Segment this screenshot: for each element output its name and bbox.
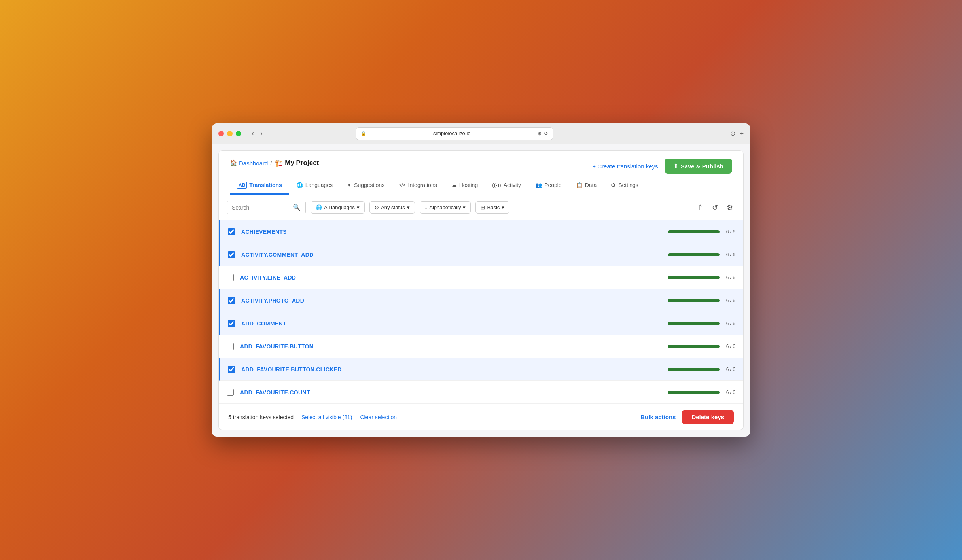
row-progress: 6 / 6	[668, 252, 735, 257]
address-text: simplelocalize.io	[369, 131, 535, 136]
clear-selection-link[interactable]: Clear selection	[360, 414, 397, 420]
tab-integrations[interactable]: </> Integrations	[392, 177, 444, 195]
minimize-button[interactable]	[227, 131, 233, 136]
row-progress: 6 / 6	[668, 367, 735, 372]
collapse-all-button[interactable]: ⇑	[695, 202, 706, 214]
bottom-right: Bulk actions Delete keys	[640, 410, 734, 424]
maximize-button[interactable]	[236, 131, 241, 136]
back-button[interactable]: ‹	[249, 129, 256, 138]
row-checkbox[interactable]	[227, 343, 234, 350]
progress-bar-fill	[668, 322, 720, 325]
selection-count: 5 translation keys selected	[228, 414, 294, 420]
progress-text: 6 / 6	[723, 344, 735, 349]
translation-key-label: ACHIEVEMENTS	[241, 229, 668, 235]
settings-icon: ⚙	[611, 182, 616, 188]
add-tab-icon[interactable]: +	[740, 130, 744, 137]
row-checkbox[interactable]	[227, 274, 234, 281]
address-bar[interactable]: 🔒 simplelocalize.io ⊕ ↺	[356, 127, 553, 140]
create-translation-keys-button[interactable]: + Create translation keys	[592, 163, 658, 170]
tab-languages[interactable]: 🌐 Languages	[289, 177, 340, 195]
bulk-actions-button[interactable]: Bulk actions	[640, 414, 676, 420]
translation-key-label: ADD_COMMENT	[241, 320, 668, 327]
app-header: 🏠 Dashboard / 🏗️ My Project + Create tra…	[219, 151, 743, 195]
column-settings-button[interactable]: ⚙	[724, 202, 735, 214]
all-languages-filter[interactable]: 🌐 All languages ▾	[311, 201, 365, 214]
chevron-down-icon3: ▾	[463, 204, 466, 210]
app-window: ‹ › 🔒 simplelocalize.io ⊕ ↺ ⊙ + 🏠 Dashbo…	[212, 123, 750, 437]
chevron-down-icon2: ▾	[407, 204, 410, 210]
tab-data[interactable]: 📋 Data	[569, 177, 604, 195]
any-status-filter[interactable]: ⊙ Any status ▾	[369, 201, 415, 214]
suggestions-icon: ✦	[347, 182, 352, 188]
forward-button[interactable]: ›	[258, 129, 265, 138]
search-box[interactable]: 🔍	[227, 201, 306, 214]
progress-bar-container	[668, 368, 720, 371]
select-all-link[interactable]: Select all visible (81)	[301, 414, 352, 420]
row-checkbox[interactable]	[228, 251, 235, 258]
progress-text: 6 / 6	[723, 229, 735, 235]
table-row[interactable]: ACTIVITY.COMMENT_ADD6 / 6	[219, 243, 743, 266]
table-row[interactable]: ACTIVITY.PHOTO_ADD6 / 6	[219, 289, 743, 312]
row-checkbox[interactable]	[228, 320, 235, 327]
breadcrumb-separator: /	[270, 160, 272, 166]
table-row[interactable]: ADD_FAVOURITE.BUTTON6 / 6	[219, 335, 743, 358]
upload-icon: ⬆	[673, 163, 678, 170]
refresh-button[interactable]: ↺	[710, 202, 720, 214]
tab-activity[interactable]: ((·)) Activity	[485, 177, 528, 195]
view-icon: ⊞	[481, 204, 485, 210]
tab-suggestions[interactable]: ✦ Suggestions	[340, 177, 392, 195]
row-checkbox[interactable]	[228, 366, 235, 373]
table-row[interactable]: ADD_FAVOURITE.BUTTON.CLICKED6 / 6	[219, 358, 743, 381]
progress-text: 6 / 6	[723, 298, 735, 303]
integrations-icon: </>	[399, 182, 405, 188]
row-progress: 6 / 6	[668, 298, 735, 303]
translation-key-label: ACTIVITY.LIKE_ADD	[240, 274, 668, 281]
download-icon[interactable]: ⊙	[730, 130, 735, 137]
nav-buttons: ‹ ›	[249, 129, 265, 138]
bottom-bar: 5 translation keys selected Select all v…	[219, 404, 743, 430]
reload-icon[interactable]: ↺	[544, 131, 548, 136]
tab-translations[interactable]: AB Translations	[230, 177, 289, 195]
row-progress: 6 / 6	[668, 275, 735, 280]
search-input[interactable]	[232, 204, 290, 211]
table-row[interactable]: ADD_FAVOURITE.COUNT6 / 6	[219, 381, 743, 404]
main-content: 🏠 Dashboard / 🏗️ My Project + Create tra…	[218, 150, 744, 430]
row-progress: 6 / 6	[668, 321, 735, 326]
tab-people[interactable]: 👥 People	[528, 177, 569, 195]
view-filter[interactable]: ⊞ Basic ▾	[475, 201, 509, 214]
translation-key-label: ADD_FAVOURITE.BUTTON.CLICKED	[241, 366, 668, 373]
languages-icon: 🌐	[296, 182, 303, 188]
row-checkbox[interactable]	[227, 389, 234, 396]
translation-key-label: ADD_FAVOURITE.COUNT	[240, 389, 668, 395]
progress-bar-fill	[668, 253, 720, 256]
tab-hosting[interactable]: ☁ Hosting	[444, 177, 485, 195]
header-actions: + Create translation keys ⬆ Save & Publi…	[592, 159, 732, 174]
table-row[interactable]: ACTIVITY.LIKE_ADD6 / 6	[219, 266, 743, 289]
translations-icon: AB	[237, 182, 247, 189]
titlebar-actions: ⊙ +	[730, 130, 744, 137]
lock-icon: 🔒	[361, 131, 366, 136]
row-checkbox[interactable]	[228, 297, 235, 304]
search-icon: 🔍	[293, 204, 301, 211]
status-icon: ⊙	[375, 204, 379, 210]
chevron-down-icon4: ▾	[502, 204, 504, 210]
tab-settings[interactable]: ⚙ Settings	[604, 177, 646, 195]
save-publish-button[interactable]: ⬆ Save & Publish	[665, 159, 732, 174]
home-icon: 🏠	[230, 159, 237, 166]
table-row[interactable]: ADD_COMMENT6 / 6	[219, 312, 743, 335]
delete-keys-button[interactable]: Delete keys	[682, 410, 734, 424]
close-button[interactable]	[218, 131, 224, 136]
dashboard-link[interactable]: 🏠 Dashboard	[230, 159, 268, 166]
row-checkbox[interactable]	[228, 228, 235, 235]
translation-key-label: ADD_FAVOURITE.BUTTON	[240, 343, 668, 350]
progress-bar-fill	[668, 368, 720, 371]
row-progress: 6 / 6	[668, 229, 735, 235]
progress-bar-container	[668, 299, 720, 302]
sort-filter[interactable]: ↕ Alphabetically ▾	[420, 201, 471, 214]
project-emoji: 🏗️	[274, 159, 282, 167]
progress-bar-container	[668, 391, 720, 394]
table-row[interactable]: ACHIEVEMENTS6 / 6	[219, 220, 743, 243]
people-icon: 👥	[535, 182, 542, 188]
translation-key-label: ACTIVITY.PHOTO_ADD	[241, 297, 668, 304]
breadcrumb: 🏠 Dashboard / 🏗️ My Project	[230, 159, 319, 167]
